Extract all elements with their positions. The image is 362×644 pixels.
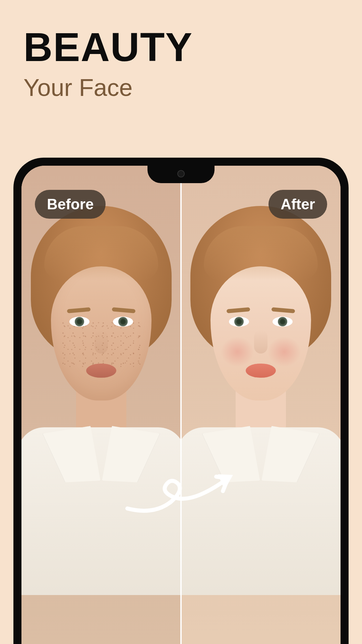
page-subtitle: Your Face	[23, 74, 339, 101]
phone-mockup-frame: Before After	[13, 158, 349, 644]
before-after-comparison	[21, 166, 341, 644]
comparison-divider[interactable]	[180, 166, 182, 644]
phone-notch	[147, 166, 215, 183]
after-image	[181, 166, 341, 644]
swirl-arrow-icon	[114, 465, 248, 519]
promo-header: BEAUTY Your Face	[0, 0, 362, 101]
face-illustration-before	[27, 206, 175, 575]
before-badge: Before	[35, 190, 106, 219]
before-image	[21, 166, 181, 644]
face-illustration-after	[187, 206, 335, 575]
after-badge: After	[268, 190, 327, 219]
front-camera-icon	[177, 170, 185, 177]
phone-screen: Before After	[21, 166, 341, 644]
page-title: BEAUTY	[23, 27, 339, 67]
